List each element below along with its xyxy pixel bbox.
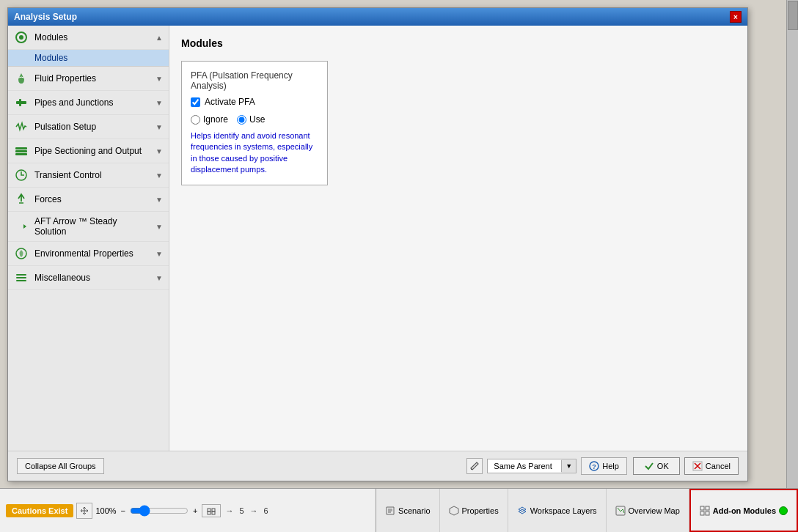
nav-item-pipes[interactable]: Pipes and Junctions ▼: [8, 91, 169, 115]
scenario-tab[interactable]: Scenario: [376, 489, 439, 532]
nav-item-environmental[interactable]: Environmental Properties ▼: [8, 242, 169, 266]
counter2: 6: [263, 506, 270, 515]
same-as-parent-dropdown[interactable]: ▼: [561, 460, 576, 472]
help-label: Help: [602, 462, 619, 470]
footer-center: Same As Parent ▼ ? Help: [466, 457, 627, 475]
forces-arrow: ▼: [155, 196, 163, 204]
forces-icon: [14, 192, 29, 207]
ok-cancel-area: OK Cancel: [633, 457, 739, 475]
scrollbar[interactable]: [786, 0, 798, 488]
pulsation-icon: [14, 119, 29, 134]
pipes-arrow: ▼: [155, 99, 163, 107]
svg-point-1: [19, 35, 23, 40]
environmental-icon: [14, 246, 29, 261]
nav-item-transient[interactable]: Transient Control ▼: [8, 163, 169, 188]
dialog-close-button[interactable]: ×: [730, 11, 742, 23]
pfa-help-text: Helps identify and avoid resonant freque…: [191, 130, 318, 176]
addon-modules-label: Add-on Modules: [713, 506, 776, 515]
analysis-setup-dialog: Analysis Setup × Modules ▲ Modules: [7, 7, 748, 481]
addon-modules-tab[interactable]: Add-on Modules: [689, 489, 798, 532]
zoom-slider[interactable]: [130, 505, 188, 517]
env-arrow: ▼: [155, 250, 163, 258]
pfa-title: PFA (Pulsation Frequency Analysis): [191, 70, 318, 91]
misc-icon: [14, 270, 29, 285]
use-radio[interactable]: [237, 115, 246, 125]
nav-sub-modules[interactable]: Modules: [8, 50, 169, 67]
addon-modules-indicator: [779, 506, 788, 515]
workspace-layers-label: Workspace Layers: [530, 506, 597, 515]
nav-sectioning-label: Pipe Sectioning and Output: [34, 146, 150, 156]
nav-arrows: → 5 → 6: [202, 504, 269, 517]
nav-fluid-label: Fluid Properties: [34, 73, 150, 84]
svg-rect-5: [15, 150, 27, 152]
nav-item-modules[interactable]: Modules ▲: [8, 26, 169, 50]
nav-icon-btn[interactable]: [202, 504, 221, 517]
bottom-bar: Cautions Exist 100% − + → 5 →: [0, 488, 798, 532]
svg-rect-21: [706, 506, 709, 510]
nav-item-fluid[interactable]: Fluid Properties ▼: [8, 67, 169, 91]
workspace-layers-tab[interactable]: Workspace Layers: [508, 489, 607, 532]
dialog-footer: Collapse All Groups Same As Parent ▼ ? H…: [8, 451, 747, 481]
nav-item-misc[interactable]: Miscellaneous ▼: [8, 266, 169, 290]
nav-item-sectioning[interactable]: Pipe Sectioning and Output ▼: [8, 139, 169, 163]
overview-map-tab[interactable]: Overview Map: [607, 489, 689, 532]
svg-rect-22: [700, 511, 704, 515]
ignore-use-row: Ignore Use: [191, 114, 318, 125]
dialog-title: Analysis Setup: [14, 12, 77, 22]
pulsation-arrow: ▼: [155, 123, 163, 131]
fluid-icon: [14, 71, 29, 86]
arrow-indicator2: →: [250, 506, 258, 515]
fluid-arrow: ▼: [155, 75, 163, 83]
activate-pfa-checkbox[interactable]: [191, 97, 200, 107]
nav-env-label: Environmental Properties: [34, 248, 150, 259]
same-as-parent-group: Same As Parent ▼: [487, 459, 576, 473]
zoom-plus[interactable]: +: [191, 506, 199, 515]
nav-misc-label: Miscellaneous: [34, 273, 150, 283]
properties-tab[interactable]: Properties: [440, 489, 508, 532]
modules-collapse-arrow: ▲: [155, 34, 163, 42]
nav-pipes-label: Pipes and Junctions: [34, 97, 150, 108]
bottom-right-tabs: Scenario Properties Workspace Layers Ove…: [376, 489, 798, 532]
scroll-thumb[interactable]: [788, 1, 798, 30]
nav-transient-label: Transient Control: [34, 170, 150, 180]
svg-rect-20: [700, 506, 704, 510]
transient-arrow: ▼: [155, 171, 163, 180]
pfa-box: PFA (Pulsation Frequency Analysis) Activ…: [181, 61, 328, 185]
ok-button[interactable]: OK: [633, 457, 680, 475]
bottom-left-area: Cautions Exist 100% − + → 5 →: [0, 489, 376, 532]
ignore-label[interactable]: Ignore: [203, 114, 228, 125]
svg-rect-10: [16, 277, 26, 278]
zoom-minus[interactable]: −: [120, 506, 127, 515]
svg-rect-9: [16, 274, 26, 276]
nav-aft-label: AFT Arrow ™ Steady Solution: [34, 216, 150, 237]
counter1: 5: [238, 506, 245, 515]
help-button[interactable]: ? Help: [581, 457, 627, 475]
dialog-titlebar: Analysis Setup ×: [8, 8, 747, 26]
cautions-badge[interactable]: Cautions Exist: [6, 504, 73, 517]
pipes-icon: [14, 95, 29, 110]
zoom-area: 100% − +: [95, 505, 199, 517]
svg-rect-6: [15, 153, 27, 155]
svg-rect-16: [212, 509, 215, 511]
edit-icon-btn[interactable]: [466, 458, 483, 474]
overview-map-label: Overview Map: [629, 506, 680, 515]
sectioning-icon: [14, 144, 29, 158]
activate-pfa-label[interactable]: Activate PFA: [205, 97, 255, 107]
misc-arrow: ▼: [155, 274, 163, 282]
nav-item-aft-arrow[interactable]: AFT Arrow ™ Steady Solution ▼: [8, 212, 169, 242]
svg-rect-17: [208, 511, 211, 514]
use-label[interactable]: Use: [249, 114, 265, 125]
aft-arrow-expand: ▼: [155, 223, 163, 231]
move-icon-btn[interactable]: [76, 503, 92, 519]
nav-item-forces[interactable]: Forces ▼: [8, 188, 169, 212]
ignore-radio[interactable]: [191, 115, 200, 125]
sectioning-arrow: ▼: [155, 147, 163, 155]
nav-item-pulsation[interactable]: Pulsation Setup ▼: [8, 115, 169, 139]
nav-modules-label: Modules: [34, 32, 150, 43]
content-title: Modules: [181, 37, 736, 49]
cancel-button[interactable]: Cancel: [684, 457, 739, 475]
collapse-all-button[interactable]: Collapse All Groups: [17, 458, 104, 474]
zoom-label: 100%: [95, 506, 116, 515]
cancel-label: Cancel: [706, 462, 731, 470]
use-radio-item: Use: [237, 114, 265, 125]
